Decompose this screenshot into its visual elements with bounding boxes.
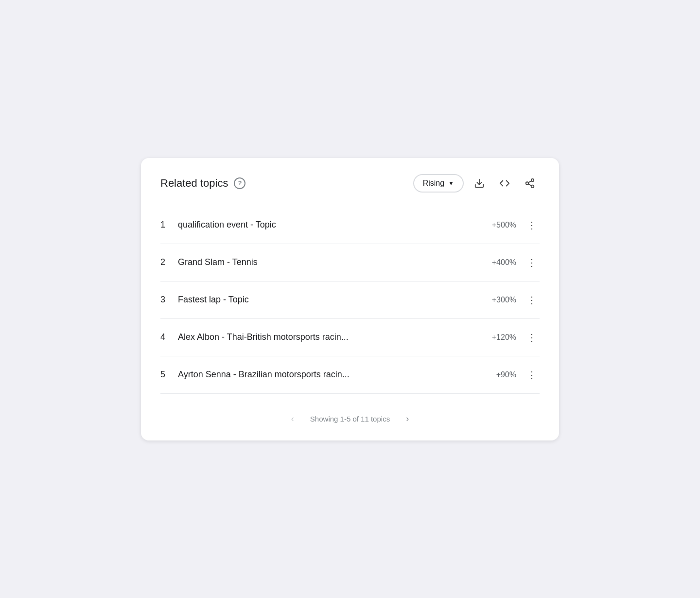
embed-button[interactable] xyxy=(495,174,514,193)
topic-name: Ayrton Senna - Brazilian motorsports rac… xyxy=(178,369,496,380)
topic-rank: 2 xyxy=(160,257,178,267)
topic-list: 1 qualification event - Topic +500% ⋮ 2 … xyxy=(160,207,540,394)
topic-value: +500% xyxy=(492,221,516,229)
page-title: Related topics xyxy=(160,177,228,190)
table-row: 3 Fastest lap - Topic +300% ⋮ xyxy=(160,281,540,319)
table-row: 2 Grand Slam - Tennis +400% ⋮ xyxy=(160,244,540,281)
topic-name: Fastest lap - Topic xyxy=(178,295,492,305)
next-page-button[interactable]: › xyxy=(400,411,415,427)
more-options-button[interactable]: ⋮ xyxy=(524,367,540,383)
more-options-button[interactable]: ⋮ xyxy=(524,292,540,308)
rising-dropdown[interactable]: Rising ▼ xyxy=(413,174,464,193)
help-icon[interactable]: ? xyxy=(234,177,245,189)
share-button[interactable] xyxy=(520,174,540,193)
topic-rank: 1 xyxy=(160,220,178,230)
more-options-button[interactable]: ⋮ xyxy=(524,330,540,345)
download-icon xyxy=(474,178,485,189)
table-row: 1 qualification event - Topic +500% ⋮ xyxy=(160,207,540,244)
card-header: Related topics ? Rising ▼ xyxy=(160,174,540,193)
pagination-text: Showing 1-5 of 11 topics xyxy=(310,415,390,423)
share-icon xyxy=(525,178,535,189)
svg-line-5 xyxy=(528,180,531,182)
pagination: ‹ Showing 1-5 of 11 topics › xyxy=(160,407,540,427)
topic-rank: 3 xyxy=(160,295,178,305)
more-options-button[interactable]: ⋮ xyxy=(524,217,540,233)
embed-icon xyxy=(499,178,510,189)
topic-rank: 4 xyxy=(160,332,178,342)
topic-name: Grand Slam - Tennis xyxy=(178,257,492,267)
header-left: Related topics ? xyxy=(160,177,245,190)
table-row: 5 Ayrton Senna - Brazilian motorsports r… xyxy=(160,356,540,394)
related-topics-card: Related topics ? Rising ▼ xyxy=(141,158,559,440)
prev-page-button[interactable]: ‹ xyxy=(285,411,300,427)
chevron-down-icon: ▼ xyxy=(448,180,454,187)
topic-value: +120% xyxy=(492,333,516,342)
svg-line-4 xyxy=(528,184,531,186)
table-row: 4 Alex Albon - Thai-British motorsports … xyxy=(160,319,540,356)
topic-value: +300% xyxy=(492,296,516,304)
more-options-button[interactable]: ⋮ xyxy=(524,255,540,270)
topic-value: +400% xyxy=(492,258,516,267)
topic-name: Alex Albon - Thai-British motorsports ra… xyxy=(178,332,492,342)
download-button[interactable] xyxy=(470,174,489,193)
header-right: Rising ▼ xyxy=(413,174,540,193)
topic-name: qualification event - Topic xyxy=(178,220,492,230)
topic-rank: 5 xyxy=(160,369,178,380)
topic-value: +90% xyxy=(496,370,516,379)
